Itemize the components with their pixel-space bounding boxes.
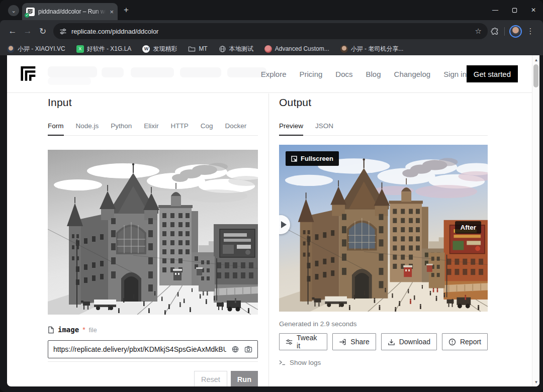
header-ghost-placeholder [48,77,91,85]
report-icon [448,338,456,346]
tab-json[interactable]: JSON [315,122,333,135]
bookmark-item[interactable]: W 发现精彩 [142,45,177,53]
input-image [48,150,258,315]
fullscreen-button[interactable]: Fullscreen [286,151,339,166]
nav-link-changelog[interactable]: Changelog [394,70,431,78]
nav-link-explore[interactable]: Explore [261,70,287,78]
get-started-button[interactable]: Get started [467,65,518,82]
field-name: image [58,326,79,334]
image-url-field[interactable] [48,340,258,358]
toolbar-divider [504,27,505,36]
download-icon [388,338,395,346]
replicate-logo[interactable] [20,65,37,83]
url-text: replicate.com/piddnad/ddcolor [71,28,471,35]
reload-icon[interactable]: ↻ [35,24,50,39]
window-close-button[interactable]: ✕ [524,0,543,20]
show-logs-toggle[interactable]: Show logs [279,359,488,366]
tab-strip: ⌄ ✓ piddnad/ddcolor – Run with a × + — ✕ [0,0,543,20]
input-title: Input [48,96,258,109]
tab-close-icon[interactable]: × [110,8,114,16]
plugin-icon [264,45,272,53]
browser-toolbar: ← → ↻ replicate.com/piddnad/ddcolor ☆ ⋮ [0,20,543,42]
bookmark-item[interactable]: MT [188,45,207,53]
browser-window: ⌄ ✓ piddnad/ddcolor – Run with a × + — ✕… [0,0,543,392]
forward-icon[interactable]: → [20,24,35,39]
file-icon [48,326,54,334]
browser-tab[interactable]: ✓ piddnad/ddcolor – Run with a × [22,3,118,20]
header-ghost-placeholder [131,67,174,77]
report-button[interactable]: Report [442,333,488,350]
page-scrollbar[interactable]: ▲ ▼ [532,55,539,386]
camera-icon[interactable] [244,345,252,353]
header-ghost-placeholder [180,67,221,77]
tweak-it-button[interactable]: Tweak it [279,333,327,350]
tab-cog[interactable]: Cog [201,122,213,135]
share-icon [339,338,346,346]
replicate-favicon: ✓ [26,8,35,16]
tab-form[interactable]: Form [48,122,64,136]
image-field-label: image* file [48,326,258,334]
bookmark-item[interactable]: 小羿 - XIAOYI.VC [7,45,65,53]
run-button[interactable]: Run [231,371,258,386]
form-separator [48,361,258,362]
column-divider [268,93,269,386]
bookmark-item[interactable]: Advanced Custom... [264,45,329,53]
bookmarks-bar: 小羿 - XIAOYI.VC X 好软件 - X1G.LA W 发现精彩 MT … [0,42,543,55]
nav-link-blog[interactable]: Blog [366,70,381,78]
site-settings-icon[interactable] [59,28,67,35]
output-actions: Tweak it Share Download [279,333,488,350]
sliders-icon [286,338,293,346]
tab-elixir[interactable]: Elixir [144,122,158,135]
profile-avatar[interactable] [509,25,522,38]
input-panel: Input Form Node.js Python Elixir HTTP Co… [48,93,258,386]
bookmark-star-icon[interactable]: ☆ [475,27,482,36]
share-button[interactable]: Share [332,333,376,350]
url-icon[interactable] [231,345,239,353]
bookmark-item[interactable]: X 好软件 - X1G.LA [76,45,132,53]
globe-icon [219,45,226,53]
nav-link-pricing[interactable]: Pricing [299,70,322,78]
site-nav: Explore Pricing Docs Blog Changelog Sign… [261,55,467,93]
output-title: Output [279,96,488,109]
fullscreen-icon [291,156,297,162]
tab-http[interactable]: HTTP [171,122,189,135]
back-icon[interactable]: ← [5,24,20,39]
menu-kebab-icon[interactable]: ⋮ [523,24,538,39]
scroll-up-icon[interactable]: ▲ [532,56,539,63]
scroll-down-icon[interactable]: ▼ [532,378,539,385]
tab-docker[interactable]: Docker [225,122,247,135]
window-minimize-button[interactable]: — [486,0,505,20]
verified-check-icon: ✓ [25,13,29,18]
header-ghost-placeholder [102,67,124,77]
image-url-input[interactable] [53,345,226,353]
play-icon [281,221,287,228]
tab-python[interactable]: Python [111,122,132,135]
download-button[interactable]: Download [381,333,437,350]
extensions-icon[interactable] [491,27,500,36]
header-ghost-placeholder [48,66,97,77]
wordpress-icon: W [142,45,150,53]
app-icon: X [76,45,84,53]
window-maximize-button[interactable] [505,0,524,20]
address-bar[interactable]: replicate.com/piddnad/ddcolor ☆ [53,23,488,39]
output-panel: Output Preview JSON Fullscreen After Ge [279,93,488,366]
avatar-icon [340,45,348,53]
new-tab-button[interactable]: + [124,6,129,15]
reset-button[interactable]: Reset [194,371,227,386]
tab-search-button[interactable]: ⌄ [8,5,19,16]
tab-nodejs[interactable]: Node.js [76,122,99,135]
input-tabs: Form Node.js Python Elixir HTTP Cog Dock… [48,122,258,136]
nav-link-signin[interactable]: Sign in [443,70,467,78]
tab-title: piddnad/ddcolor – Run with a [38,8,106,15]
after-badge: After [455,221,481,234]
tab-preview[interactable]: Preview [279,122,303,136]
nav-link-docs[interactable]: Docs [335,70,352,78]
bookmark-item[interactable]: 本地测试 [219,45,253,53]
bookmark-item[interactable]: 小羿 - 老司机分享... [340,45,404,53]
site-header: Explore Pricing Docs Blog Changelog Sign… [7,55,532,93]
field-type: file [89,327,97,334]
output-tabs: Preview JSON [279,122,488,136]
scrollbar-thumb[interactable] [533,64,538,87]
avatar-icon [7,45,15,53]
folder-icon [188,45,196,53]
